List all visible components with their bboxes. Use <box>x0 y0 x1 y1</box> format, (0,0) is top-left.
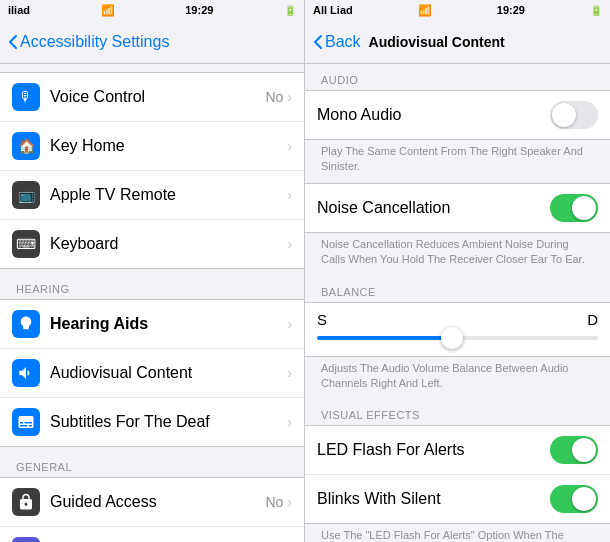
hearing-section-header: HEARING <box>0 277 304 299</box>
guided-access-right: No › <box>265 494 292 510</box>
toggle-thumb <box>552 103 576 127</box>
chevron-icon: › <box>287 89 292 105</box>
mono-audio-toggle[interactable] <box>550 101 598 129</box>
keyboard-right: › <box>287 236 292 252</box>
guided-access-label: Guided Access <box>50 493 157 511</box>
list-item[interactable]: 🏠 Key Home › <box>0 122 304 171</box>
balance-section-header: BALANCE <box>305 280 610 302</box>
siri-icon <box>12 537 40 542</box>
chevron-icon: › <box>287 236 292 252</box>
slider-fill <box>317 336 452 340</box>
apple-tv-label: Apple TV Remote <box>50 186 176 204</box>
left-section-general2: Guided Access No › Siri › <box>0 477 304 542</box>
right-back-button[interactable]: Back <box>313 33 361 51</box>
mono-audio-label: Mono Audio <box>317 106 402 124</box>
blinks-silent-toggle[interactable] <box>550 485 598 513</box>
chevron-icon: › <box>287 494 292 510</box>
led-flash-toggle[interactable] <box>550 436 598 464</box>
blinks-silent-description: Use The "LED Flash For Alerts" Option Wh… <box>305 524 610 542</box>
keyboard-content: Keyboard › <box>50 235 292 253</box>
chevron-icon: › <box>287 365 292 381</box>
left-back-button[interactable]: Accessibility Settings <box>8 33 169 51</box>
balance-labels: S D <box>317 311 598 328</box>
voice-control-icon: 🎙 <box>12 83 40 111</box>
left-status-bar: iliad 📶 19:29 🔋 <box>0 0 304 20</box>
list-item[interactable]: Audiovisual Content › <box>0 349 304 398</box>
subtitles-label: Subtitles For The Deaf <box>50 413 210 431</box>
right-carrier: All Liad <box>313 4 353 16</box>
right-time: 19:29 <box>497 4 525 16</box>
led-flash-label: LED Flash For Alerts <box>317 441 465 459</box>
voice-control-label: Voice Control <box>50 88 145 106</box>
noise-cancel-label: Noise Cancellation <box>317 199 450 217</box>
left-section-general: 🎙 Voice Control No › 🏠 Key Home <box>0 72 304 269</box>
list-item[interactable]: Siri › <box>0 527 304 542</box>
noise-cancel-description: Noise Cancellation Reduces Ambient Noise… <box>305 233 610 276</box>
hearing-aids-content: Hearing Aids › <box>50 315 292 333</box>
right-back-label: Back <box>325 33 361 51</box>
list-item: Mono Audio <box>305 91 610 139</box>
general-section-header: GENERAL <box>0 455 304 477</box>
list-item[interactable]: Hearing Aids › <box>0 300 304 349</box>
voice-control-right: No › <box>265 89 292 105</box>
voice-control-value: No <box>265 89 283 105</box>
left-nav-bar: Accessibility Settings <box>0 20 304 64</box>
audiovisual-icon <box>12 359 40 387</box>
toggle-thumb <box>572 487 596 511</box>
right-section-audio: Mono Audio <box>305 90 610 140</box>
apple-tv-content: Apple TV Remote › <box>50 186 292 204</box>
right-status-icons: 🔋 <box>590 5 602 16</box>
right-status-bar: All Liad 📶 19:29 🔋 <box>305 0 610 20</box>
subtitles-content: Subtitles For The Deaf › <box>50 413 292 431</box>
hearing-aids-icon <box>12 310 40 338</box>
right-section-balance: S D <box>305 302 610 357</box>
list-item[interactable]: Subtitles For The Deaf › <box>0 398 304 446</box>
list-item[interactable]: 🎙 Voice Control No › <box>0 73 304 122</box>
list-item[interactable]: 📺 Apple TV Remote › <box>0 171 304 220</box>
list-item[interactable]: Guided Access No › <box>0 478 304 527</box>
left-status-icons: 🔋 <box>284 5 296 16</box>
key-home-icon: 🏠 <box>12 132 40 160</box>
list-item: Blinks With Silent <box>305 475 610 523</box>
voice-control-content: Voice Control No › <box>50 88 292 106</box>
left-panel: iliad 📶 19:29 🔋 Accessibility Settings 🎙… <box>0 0 305 542</box>
mono-audio-description: Play The Same Content From The Right Spe… <box>305 140 610 183</box>
slider-thumb[interactable] <box>441 327 463 349</box>
subtitles-icon <box>12 408 40 436</box>
hearing-aids-label: Hearing Aids <box>50 315 148 333</box>
toggle-thumb <box>572 438 596 462</box>
audio-section-header: AUDIO <box>305 68 610 90</box>
right-panel: All Liad 📶 19:29 🔋 Back Audiovisual Cont… <box>305 0 610 542</box>
guided-access-value: No <box>265 494 283 510</box>
audiovisual-label: Audiovisual Content <box>50 364 192 382</box>
balance-description: Adjusts The Audio Volume Balance Between… <box>305 357 610 400</box>
left-section-hearing: Hearing Aids › Audiovisual Content › <box>0 299 304 447</box>
list-item: LED Flash For Alerts <box>305 426 610 475</box>
key-home-content: Key Home › <box>50 137 292 155</box>
keyboard-label: Keyboard <box>50 235 119 253</box>
left-back-label: Accessibility Settings <box>20 33 169 51</box>
left-carrier: iliad <box>8 4 30 16</box>
balance-slider[interactable] <box>317 336 598 340</box>
right-nav-bar: Back Audiovisual Content <box>305 20 610 64</box>
blinks-silent-label: Blinks With Silent <box>317 490 441 508</box>
chevron-icon: › <box>287 138 292 154</box>
left-time: 19:29 <box>185 4 213 16</box>
key-home-right: › <box>287 138 292 154</box>
apple-tv-icon: 📺 <box>12 181 40 209</box>
audiovisual-content: Audiovisual Content › <box>50 364 292 382</box>
visual-effects-header: VISUAL EFFECTS <box>305 403 610 425</box>
keyboard-icon: ⌨ <box>12 230 40 258</box>
guided-access-content: Guided Access No › <box>50 493 292 511</box>
list-item[interactable]: ⌨ Keyboard › <box>0 220 304 268</box>
chevron-icon: › <box>287 414 292 430</box>
noise-cancel-toggle[interactable] <box>550 194 598 222</box>
toggle-thumb <box>572 196 596 220</box>
key-home-label: Key Home <box>50 137 125 155</box>
guided-access-icon <box>12 488 40 516</box>
list-item: Noise Cancellation <box>305 184 610 232</box>
chevron-icon: › <box>287 187 292 203</box>
right-nav-title: Audiovisual Content <box>369 34 505 50</box>
apple-tv-right: › <box>287 187 292 203</box>
balance-right-label: D <box>587 311 598 328</box>
